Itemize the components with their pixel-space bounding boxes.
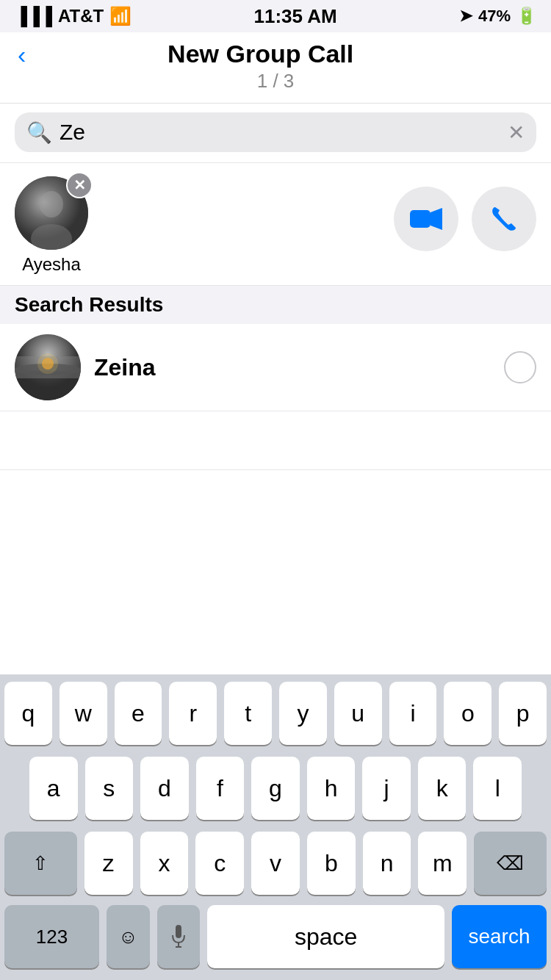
keyboard-row-1: q w e r t y u i o p	[0, 674, 551, 749]
key-w[interactable]: w	[60, 682, 107, 745]
location-icon: ➤	[459, 7, 472, 26]
key-i[interactable]: i	[389, 682, 437, 745]
status-bar: ▐▐▐ AT&T 📶 11:35 AM ➤ 47% 🔋	[0, 0, 551, 32]
key-m[interactable]: m	[418, 832, 467, 895]
select-radio-button[interactable]	[504, 351, 536, 383]
search-bar-container: 🔍 ✕	[0, 104, 551, 163]
svg-point-1	[40, 191, 63, 217]
keyboard-row-4: 123 ☺ space search	[0, 899, 551, 980]
status-battery: ➤ 47% 🔋	[459, 7, 536, 26]
carrier-label: AT&T	[58, 6, 104, 26]
svg-rect-3	[410, 210, 431, 228]
key-u[interactable]: u	[334, 682, 382, 745]
emoji-icon: ☺	[118, 926, 138, 948]
battery-label: 47%	[478, 7, 511, 26]
video-icon	[410, 206, 442, 231]
search-key[interactable]: search	[452, 905, 547, 968]
avatar	[15, 334, 81, 400]
search-icon: 🔍	[26, 120, 52, 145]
selected-contact-ayesha: ✕ Ayesha	[15, 176, 88, 275]
key-v[interactable]: v	[251, 832, 300, 895]
key-x[interactable]: x	[140, 832, 189, 895]
key-a[interactable]: a	[29, 757, 78, 820]
avatar-wrap: ✕	[15, 176, 88, 250]
keyboard: q w e r t y u i o p a s d f g h j k l ⇧ …	[0, 674, 551, 980]
search-bar[interactable]: 🔍 ✕	[15, 112, 536, 152]
call-action-buttons	[394, 176, 536, 251]
wifi-icon: 📶	[109, 6, 132, 26]
emoji-key[interactable]: ☺	[107, 905, 150, 968]
key-o[interactable]: o	[444, 682, 491, 745]
key-g[interactable]: g	[251, 757, 300, 820]
contact-name-label: Ayesha	[22, 254, 81, 275]
zeina-avatar-image	[15, 334, 81, 400]
key-z[interactable]: z	[84, 832, 133, 895]
key-k[interactable]: k	[418, 757, 467, 820]
numbers-key[interactable]: 123	[4, 905, 99, 968]
phone-icon	[489, 204, 519, 234]
key-c[interactable]: c	[195, 832, 244, 895]
key-q[interactable]: q	[4, 682, 52, 745]
key-s[interactable]: s	[85, 757, 134, 820]
contact-name: Zeina	[94, 354, 491, 381]
key-e[interactable]: e	[115, 682, 162, 745]
keyboard-row-3: ⇧ z x c v b n m ⌫	[0, 824, 551, 899]
keyboard-row-2: a s d f g h j k l	[0, 749, 551, 824]
selected-contacts-area: ✕ Ayesha	[0, 163, 551, 286]
video-call-button[interactable]	[394, 187, 458, 251]
delete-key[interactable]: ⌫	[474, 832, 547, 895]
key-n[interactable]: n	[363, 832, 411, 895]
table-row[interactable]: Zeina	[0, 324, 551, 411]
search-clear-button[interactable]: ✕	[508, 120, 525, 145]
empty-row	[0, 470, 551, 529]
status-carrier: ▐▐▐ AT&T 📶	[15, 6, 132, 26]
svg-rect-11	[176, 925, 181, 938]
phone-call-button[interactable]	[472, 187, 536, 251]
empty-row	[0, 411, 551, 470]
shift-key[interactable]: ⇧	[4, 832, 77, 895]
back-button[interactable]: ‹	[15, 42, 29, 67]
microphone-icon	[170, 925, 187, 948]
svg-marker-4	[431, 208, 442, 230]
key-d[interactable]: d	[140, 757, 189, 820]
key-r[interactable]: r	[169, 682, 217, 745]
key-b[interactable]: b	[307, 832, 356, 895]
key-l[interactable]: l	[473, 757, 522, 820]
mic-key[interactable]	[157, 905, 201, 968]
battery-icon: 🔋	[516, 7, 536, 26]
key-f[interactable]: f	[196, 757, 245, 820]
search-results-header: Search Results	[0, 286, 551, 324]
page-title: New Group Call	[29, 40, 492, 68]
key-p[interactable]: p	[499, 682, 547, 745]
svg-point-10	[37, 353, 58, 374]
key-y[interactable]: y	[279, 682, 327, 745]
status-time: 11:35 AM	[253, 5, 336, 28]
key-j[interactable]: j	[362, 757, 411, 820]
nav-header: ‹ New Group Call 1 / 3	[0, 32, 551, 104]
space-key[interactable]: space	[207, 905, 444, 968]
step-indicator: 1 / 3	[15, 70, 536, 93]
search-input[interactable]	[60, 120, 500, 145]
signal-icon: ▐▐▐	[15, 6, 52, 26]
key-h[interactable]: h	[307, 757, 356, 820]
remove-contact-button[interactable]: ✕	[66, 172, 93, 198]
key-t[interactable]: t	[224, 682, 272, 745]
